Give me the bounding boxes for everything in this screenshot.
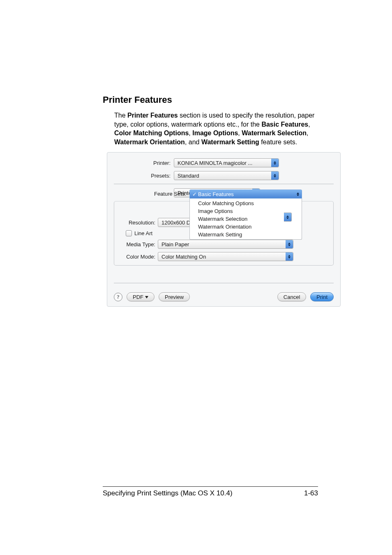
text: , [238, 130, 242, 136]
colormode-select-value: Color Matching On [161, 254, 206, 260]
preview-button[interactable]: Preview [159, 292, 190, 301]
term-watermark-selection: Watermark Selection [242, 130, 307, 136]
triangle-down-icon [145, 296, 148, 298]
term-watermark-orientation: Watermark Orientation [114, 139, 185, 146]
presets-select-value: Standard [178, 173, 199, 179]
text: , [307, 130, 308, 136]
dropdown-arrows-icon [294, 192, 302, 196]
term-color-matching: Color Matching Options [114, 130, 189, 136]
mediatype-select-value: Plain Paper [161, 241, 189, 247]
text: feature sets. [259, 139, 297, 146]
colormode-label: Color Mode: [119, 254, 158, 260]
dropdown-arrows-icon [271, 171, 279, 180]
term-printer-features: Printer Features [127, 112, 178, 119]
help-button[interactable]: ? [114, 293, 122, 301]
presets-select[interactable]: Standard [174, 171, 279, 180]
colormode-select[interactable]: Color Matching On [158, 252, 293, 261]
presets-label: Presets: [114, 173, 174, 179]
page-footer: Specifying Print Settings (Mac OS X 10.4… [103, 486, 318, 497]
feature-sets-menu-item[interactable]: Color Matching Options [190, 199, 302, 207]
printer-select-value: KONICA MINOLTA magicolor ... [178, 160, 252, 166]
help-icon: ? [117, 294, 120, 300]
print-button[interactable]: Print [310, 292, 334, 301]
feature-sets-label: Feature Sets: [114, 190, 189, 197]
mediatype-select[interactable]: Plain Paper [158, 240, 293, 249]
feature-sets-selected-row[interactable]: ✓ Basic Features [189, 190, 302, 199]
cancel-button[interactable]: Cancel [277, 292, 306, 301]
footer-rule [103, 486, 318, 487]
divider [114, 283, 334, 283]
footer-left: Specifying Print Settings (Mac OS X 10.4… [103, 489, 233, 497]
feature-sets-selected-value: Basic Features [198, 191, 234, 197]
text: , and [185, 139, 201, 146]
dropdown-arrows-icon [286, 252, 293, 261]
dropdown-arrows-icon [271, 159, 279, 167]
feature-sets-menu-item[interactable]: Watermark Setting [190, 231, 302, 238]
text: , [308, 121, 310, 128]
term-image-options: Image Options [192, 130, 238, 136]
feature-sets-menu-item[interactable]: Watermark Orientation [190, 223, 302, 231]
text: , [189, 130, 192, 136]
section-paragraph: The Printer Features section is used to … [114, 111, 318, 146]
text: The [114, 112, 127, 119]
footer-page-number: 1-63 [304, 489, 318, 497]
term-basic-features: Basic Features [261, 121, 308, 128]
printer-select[interactable]: KONICA MINOLTA magicolor ... [174, 158, 279, 167]
pdf-menu-button[interactable]: PDF [127, 292, 154, 301]
pdf-button-label: PDF [133, 294, 143, 300]
section-heading: Printer Features [103, 95, 318, 105]
mediatype-label: Media Type: [119, 241, 158, 247]
dropdown-arrows-icon [286, 240, 293, 248]
print-dialog: Printer: KONICA MINOLTA magicolor ... Pr… [107, 152, 341, 307]
term-watermark-setting: Watermark Setting [201, 139, 259, 146]
checkmark-icon: ✓ [192, 191, 198, 197]
printer-label: Printer: [114, 160, 174, 166]
divider [114, 184, 334, 184]
dropdown-arrows-icon [284, 213, 292, 222]
